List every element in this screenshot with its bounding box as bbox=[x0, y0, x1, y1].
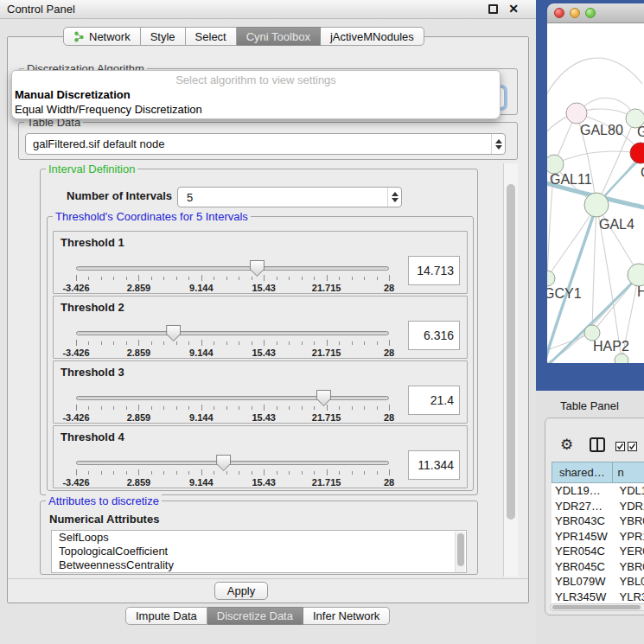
table-row[interactable]: YLR345WYLR3 bbox=[552, 590, 644, 605]
slider-tick bbox=[113, 277, 114, 280]
checkbox-icon[interactable] bbox=[628, 442, 637, 451]
minimize-light-icon[interactable] bbox=[570, 8, 580, 18]
dropdown-item-manual-discretization[interactable]: Manual Discretization bbox=[12, 87, 500, 102]
slider-tick bbox=[277, 406, 277, 410]
slider-tick-label: -3.426 bbox=[62, 477, 89, 488]
network-node[interactable] bbox=[547, 271, 555, 286]
column-header-name[interactable]: n bbox=[613, 462, 644, 483]
slider-tick bbox=[289, 277, 290, 280]
table-row[interactable]: YPR145WYPR1 bbox=[552, 529, 644, 545]
tab-select[interactable]: Select bbox=[186, 27, 237, 46]
float-panel-icon[interactable] bbox=[488, 4, 498, 14]
network-view-window[interactable]: GAL80GACGAL11GAL4GCY1HHAP2 bbox=[547, 3, 644, 363]
slider-tick bbox=[327, 469, 328, 475]
tab-style[interactable]: Style bbox=[141, 27, 186, 46]
slider-tick bbox=[226, 341, 227, 345]
slider-tick-label: 2.859 bbox=[127, 477, 151, 488]
gear-icon[interactable]: ⚙ bbox=[560, 436, 573, 454]
attribute-list-item[interactable]: SelfLoops bbox=[52, 531, 466, 545]
slider-tick-label: 21.715 bbox=[312, 348, 341, 358]
slider-track[interactable] bbox=[76, 266, 389, 271]
table-panel-title: Table Panel bbox=[560, 399, 619, 412]
slider-tick-label: -3.426 bbox=[62, 283, 89, 293]
tab-impute-data[interactable]: Impute Data bbox=[125, 607, 207, 625]
threshold-1-box: Threshold 1 -3.4262.8599.14415.4321.7152… bbox=[53, 231, 468, 294]
slider-tick bbox=[339, 406, 340, 410]
tab-infer-network[interactable]: Infer Network bbox=[303, 607, 390, 625]
network-canvas[interactable]: GAL80GACGAL11GAL4GCY1HHAP2 bbox=[547, 23, 644, 363]
slider-tick bbox=[101, 471, 102, 475]
slider-tick bbox=[201, 469, 202, 475]
table-horizontal-scrollbar-thumb[interactable] bbox=[552, 605, 641, 609]
column-header-shared-name[interactable]: shared… bbox=[552, 462, 613, 483]
slider-tick-label: 28 bbox=[384, 283, 394, 293]
threshold-value-field[interactable]: 11.344 bbox=[408, 450, 460, 480]
slider-track[interactable] bbox=[76, 396, 389, 400]
node-attribute-table[interactable]: shared… n YDL19…YDL1YDR27…YDR2YBR043CYBR… bbox=[552, 462, 644, 609]
threshold-slider[interactable]: -3.4262.8599.14415.4321.71528 bbox=[76, 457, 389, 488]
zoom-light-icon[interactable] bbox=[585, 8, 596, 18]
numerical-attributes-list[interactable]: SelfLoopsTopologicalCoefficientBetweenne… bbox=[51, 530, 467, 573]
tab-network[interactable]: Network bbox=[63, 27, 141, 46]
network-node[interactable] bbox=[566, 103, 587, 124]
table-row[interactable]: YER054CYER0 bbox=[552, 544, 644, 559]
slider-tick bbox=[176, 471, 177, 475]
apply-button[interactable]: Apply bbox=[214, 582, 268, 600]
table-row[interactable]: YBR043CYBR0 bbox=[552, 513, 644, 529]
table-row[interactable]: YDR27…YDR2 bbox=[552, 499, 644, 514]
network-node[interactable] bbox=[628, 264, 644, 286]
table-cell: YDL1 bbox=[613, 484, 644, 497]
tab-jactivemnodules[interactable]: jActiveMNodules bbox=[321, 27, 424, 46]
list-scrollbar-thumb[interactable] bbox=[457, 533, 464, 566]
network-node[interactable] bbox=[584, 193, 609, 217]
table-cell: YPR145W bbox=[552, 530, 613, 543]
table-cell: YDR2 bbox=[613, 500, 644, 513]
attribute-list-item[interactable]: TopologicalCoefficient bbox=[52, 545, 466, 558]
number-of-intervals-label: Number of Intervals bbox=[67, 189, 172, 202]
slider-track[interactable] bbox=[76, 461, 389, 465]
threshold-value-field[interactable]: 14.713 bbox=[408, 256, 460, 285]
table-horizontal-scrollbar[interactable] bbox=[550, 603, 644, 611]
tab-label: jActiveMNodules bbox=[330, 30, 414, 43]
slider-track[interactable] bbox=[76, 331, 389, 335]
close-light-icon[interactable] bbox=[554, 8, 564, 18]
tab-cyni-toolbox[interactable]: Cyni Toolbox bbox=[237, 27, 321, 46]
slider-tick bbox=[151, 341, 152, 345]
number-of-intervals-combobox[interactable]: 5 bbox=[177, 187, 402, 207]
panel-scrollbar[interactable] bbox=[503, 163, 518, 577]
table-cell: YPR1 bbox=[613, 530, 644, 543]
threshold-slider[interactable]: -3.4262.8599.14415.4321.71528 bbox=[76, 328, 389, 359]
table-row[interactable]: YBR045CYBR0 bbox=[552, 559, 644, 575]
network-node[interactable] bbox=[630, 143, 644, 163]
columns-icon[interactable] bbox=[590, 437, 605, 452]
slider-tick bbox=[302, 341, 303, 345]
slider-tick bbox=[101, 277, 102, 280]
table-row[interactable]: YDL19…YDL1 bbox=[552, 483, 644, 499]
table-data-combobox[interactable]: galFiltered.sif default node bbox=[25, 133, 506, 155]
network-node[interactable] bbox=[615, 354, 628, 363]
slider-tick bbox=[88, 277, 89, 280]
slider-tick bbox=[76, 405, 77, 411]
threshold-value-field[interactable]: 21.4 bbox=[408, 386, 460, 415]
slider-tick-label: 9.144 bbox=[189, 283, 214, 293]
close-icon[interactable]: ✕ bbox=[508, 2, 519, 16]
slider-tick bbox=[113, 471, 114, 475]
settings-scroll-area: Interval Definition Number of Intervals … bbox=[13, 163, 502, 577]
threshold-slider[interactable]: -3.4262.8599.14415.4321.71528 bbox=[76, 263, 389, 294]
panel-scrollbar-thumb[interactable] bbox=[507, 184, 515, 520]
slider-tick bbox=[302, 406, 303, 410]
tab-discretize-data[interactable]: Discretize Data bbox=[207, 607, 303, 625]
network-window-titlebar[interactable] bbox=[547, 3, 644, 23]
slider-tick bbox=[113, 341, 114, 345]
slider-tick bbox=[214, 341, 214, 345]
threshold-value-field[interactable]: 6.316 bbox=[408, 321, 460, 350]
network-node[interactable] bbox=[547, 155, 564, 174]
table-cell: YLR345W bbox=[552, 590, 613, 603]
dropdown-item-equal-width-frequency[interactable]: Equal Width/Frequency Discretization bbox=[12, 102, 500, 117]
threshold-slider[interactable]: -3.4262.8599.14415.4321.71528 bbox=[76, 392, 389, 424]
list-scrollbar[interactable] bbox=[455, 532, 465, 573]
table-row[interactable]: YBL079WYBL0 bbox=[552, 574, 644, 590]
attribute-list-item[interactable]: BetweennessCentrality bbox=[52, 558, 466, 572]
control-panel-titlebar: Control Panel ✕ bbox=[0, 0, 536, 19]
checkbox-icon[interactable] bbox=[615, 442, 625, 451]
